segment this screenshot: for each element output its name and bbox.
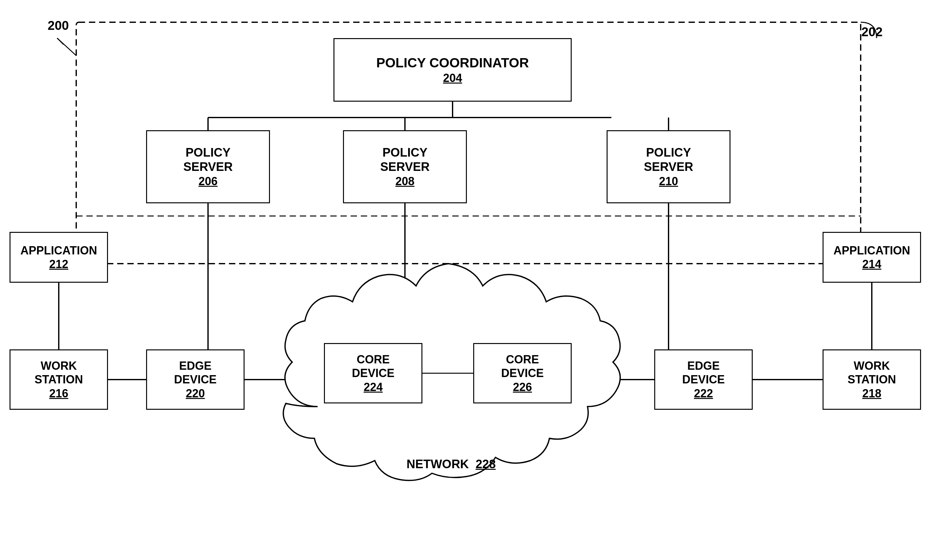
policy-coordinator-box: POLICY COORDINATOR 204 — [334, 38, 572, 102]
policy-server-208-box: POLICYSERVER 208 — [343, 130, 467, 203]
application-214-label: APPLICATION — [834, 244, 910, 257]
core-device-224-box: COREDEVICE 224 — [324, 343, 422, 403]
policy-coordinator-label: POLICY COORDINATOR — [376, 55, 529, 71]
policy-server-210-box: POLICYSERVER 210 — [607, 130, 730, 203]
core-device-224-label: COREDEVICE — [352, 352, 394, 380]
policy-server-206-box: POLICYSERVER 206 — [146, 130, 270, 203]
edge-device-222-box: EDGEDEVICE 222 — [654, 349, 753, 410]
work-station-218-label: WORKSTATION — [848, 359, 896, 386]
policy-server-210-label: POLICYSERVER — [644, 146, 693, 174]
application-214-ref: 214 — [862, 257, 881, 271]
policy-coordinator-ref: 204 — [443, 71, 462, 85]
application-212-label: APPLICATION — [20, 244, 97, 257]
policy-server-208-ref: 208 — [395, 174, 414, 188]
work-station-218-ref: 218 — [862, 386, 881, 400]
work-station-216-label: WORKSTATION — [35, 359, 83, 386]
diagram-label-200: 200 — [48, 18, 69, 33]
application-212-box: APPLICATION 212 — [9, 232, 108, 283]
work-station-216-box: WORKSTATION 216 — [9, 349, 108, 410]
work-station-216-ref: 216 — [49, 386, 68, 400]
policy-server-210-ref: 210 — [659, 174, 678, 188]
core-device-224-ref: 224 — [364, 380, 383, 394]
core-device-226-box: COREDEVICE 226 — [473, 343, 572, 403]
work-station-218-box: WORKSTATION 218 — [823, 349, 921, 410]
policy-server-206-ref: 206 — [198, 174, 218, 188]
edge-device-222-ref: 222 — [694, 386, 713, 400]
edge-device-222-label: EDGEDEVICE — [682, 359, 725, 386]
diagram: 200 202 POLICY COORDINATOR 204 POLICYSER… — [0, 0, 935, 560]
application-212-ref: 212 — [49, 257, 68, 271]
diagram-label-202: 202 — [861, 25, 883, 39]
core-device-226-ref: 226 — [513, 380, 532, 394]
svg-line-18 — [57, 38, 63, 45]
edge-device-220-label: EDGEDEVICE — [174, 359, 217, 386]
application-214-box: APPLICATION 214 — [823, 232, 921, 283]
network-label: NETWORK 228 — [406, 457, 496, 471]
edge-device-220-ref: 220 — [186, 386, 205, 400]
core-device-226-label: COREDEVICE — [501, 352, 544, 380]
network-ref: 228 — [475, 457, 495, 471]
edge-device-220-box: EDGEDEVICE 220 — [146, 349, 245, 410]
policy-server-206-label: POLICYSERVER — [183, 146, 233, 174]
policy-server-208-label: POLICYSERVER — [380, 146, 430, 174]
